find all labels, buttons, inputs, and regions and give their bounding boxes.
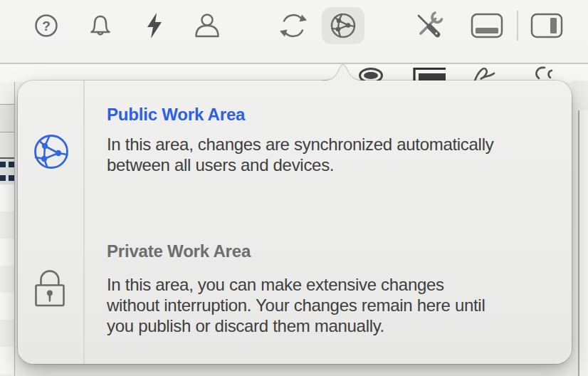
- panel-right-icon: [530, 13, 563, 38]
- person-icon: [194, 12, 221, 39]
- background-table-sliver: [0, 82, 15, 376]
- network-globe-icon: [329, 11, 357, 40]
- private-work-area-description: In this area, you can make extensive cha…: [107, 274, 568, 336]
- curve-tool-icon[interactable]: [532, 66, 560, 82]
- notifications-button[interactable]: [78, 4, 123, 47]
- work-area-button[interactable]: [322, 7, 364, 44]
- public-work-area-title: Public Work Area: [107, 104, 245, 125]
- table-header-band: [0, 132, 14, 157]
- user-button[interactable]: [184, 4, 230, 47]
- app-window: ?: [0, 0, 588, 376]
- dash-row: [0, 175, 14, 181]
- main-toolbar: ?: [0, 0, 588, 64]
- dashed-selection-band: [0, 159, 14, 184]
- private-work-area-option[interactable]: Private Work Area In this area, you can …: [18, 231, 572, 356]
- sync-button[interactable]: [271, 4, 316, 47]
- table-row-stripes: [0, 184, 14, 376]
- sync-arrows-icon: [278, 11, 308, 41]
- table-header-band: [0, 105, 14, 132]
- toolbar-divider: [517, 11, 518, 41]
- frame-tool-icon[interactable]: [413, 67, 447, 82]
- dash-row: [0, 162, 14, 167]
- question-circle-icon: ?: [33, 13, 59, 38]
- bottom-panel-button[interactable]: [464, 4, 510, 47]
- work-area-popover: Public Work Area In this area, changes a…: [18, 80, 572, 364]
- public-work-area-option[interactable]: Public Work Area In this area, changes a…: [18, 95, 572, 202]
- lock-icon: [35, 270, 65, 307]
- tools-button[interactable]: [406, 4, 451, 47]
- popover-arrow: [322, 60, 364, 83]
- panel-bottom-icon: [471, 13, 503, 38]
- wrench-screwdriver-icon: [414, 11, 443, 41]
- network-globe-icon: [33, 133, 70, 170]
- right-panel-button[interactable]: [524, 4, 569, 47]
- private-work-area-title: Private Work Area: [107, 241, 251, 262]
- activity-button[interactable]: [132, 4, 177, 47]
- svg-text:?: ?: [42, 19, 51, 33]
- secondary-toolbar: [0, 64, 588, 82]
- lightning-icon: [145, 12, 164, 39]
- bell-icon: [88, 13, 112, 38]
- help-button[interactable]: ?: [23, 4, 69, 47]
- signature-pen-icon[interactable]: [473, 66, 505, 82]
- right-panel-strip: [579, 110, 588, 376]
- public-work-area-description: In this area, changes are synchronized a…: [107, 134, 568, 175]
